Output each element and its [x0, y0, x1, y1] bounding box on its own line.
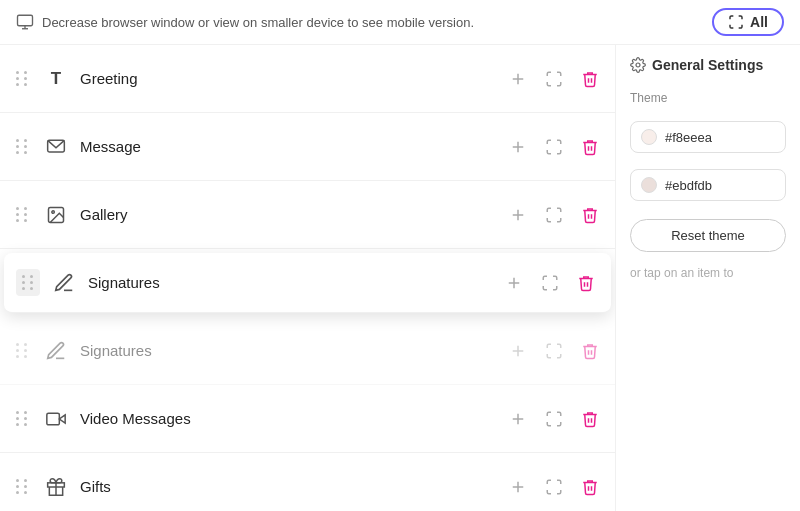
- drag-handle-signatures-float[interactable]: [16, 269, 40, 296]
- signatures-bg-add-btn[interactable]: [505, 338, 531, 364]
- color-swatch-1[interactable]: #f8eeea: [630, 121, 786, 153]
- hint-text: or tap on an item to: [630, 266, 786, 280]
- greeting-icon: T: [42, 65, 70, 93]
- signatures-float-delete-btn[interactable]: [573, 270, 599, 296]
- gifts-label: Gifts: [80, 478, 495, 495]
- video-messages-label: Video Messages: [80, 410, 495, 427]
- item-row-gallery: Gallery: [0, 181, 615, 249]
- gifts-add-btn[interactable]: [505, 474, 531, 500]
- all-button[interactable]: All: [712, 8, 784, 36]
- reset-theme-button[interactable]: Reset theme: [630, 219, 786, 252]
- signatures-float-expand-btn[interactable]: [537, 270, 563, 296]
- notice-text: Decrease browser window or view on small…: [42, 15, 474, 30]
- signatures-bg-expand-btn[interactable]: [541, 338, 567, 364]
- right-panel: General Settings Theme #f8eeea #ebdfdb R…: [615, 45, 800, 511]
- message-label: Message: [80, 138, 495, 155]
- signatures-float-label: Signatures: [88, 274, 491, 291]
- message-add-btn[interactable]: [505, 134, 531, 160]
- gallery-delete-btn[interactable]: [577, 202, 603, 228]
- top-bar-notice-area: Decrease browser window or view on small…: [16, 13, 474, 31]
- message-icon: [42, 133, 70, 161]
- message-expand-btn[interactable]: [541, 134, 567, 160]
- svg-rect-17: [47, 413, 60, 425]
- signatures-float-icon: [50, 269, 78, 297]
- color-hex-2: #ebdfdb: [665, 178, 712, 193]
- all-label: All: [750, 14, 768, 30]
- item-row-gifts: Gifts: [0, 453, 615, 511]
- drag-handle-video-messages[interactable]: [12, 407, 32, 430]
- signatures-float-add-btn[interactable]: [501, 270, 527, 296]
- greeting-expand-btn[interactable]: [541, 66, 567, 92]
- greeting-label: Greeting: [80, 70, 495, 87]
- gallery-actions: [505, 202, 603, 228]
- monitor-icon: [16, 13, 34, 31]
- drag-handle-message[interactable]: [12, 135, 32, 158]
- color-hex-1: #f8eeea: [665, 130, 712, 145]
- drag-handle-signatures-bg[interactable]: [12, 339, 32, 362]
- main-layout: T Greeting: [0, 45, 800, 511]
- item-row-message: Message: [0, 113, 615, 181]
- expand-icon: [728, 14, 744, 30]
- signatures-bg-actions: [505, 338, 603, 364]
- color-circle-2: [641, 177, 657, 193]
- message-delete-btn[interactable]: [577, 134, 603, 160]
- message-actions: [505, 134, 603, 160]
- video-messages-actions: [505, 406, 603, 432]
- svg-rect-0: [18, 15, 33, 26]
- svg-marker-16: [59, 414, 65, 422]
- video-messages-add-btn[interactable]: [505, 406, 531, 432]
- settings-icon: [630, 57, 646, 73]
- signatures-bg-label: Signatures: [80, 342, 495, 359]
- signatures-bg-delete-btn[interactable]: [577, 338, 603, 364]
- gifts-delete-btn[interactable]: [577, 474, 603, 500]
- gallery-add-btn[interactable]: [505, 202, 531, 228]
- theme-label: Theme: [630, 91, 786, 105]
- gifts-icon: [42, 473, 70, 501]
- top-bar: Decrease browser window or view on small…: [0, 0, 800, 45]
- settings-title: General Settings: [652, 57, 763, 73]
- drag-handle-greeting[interactable]: [12, 67, 32, 90]
- item-row-greeting: T Greeting: [0, 45, 615, 113]
- color-swatch-2[interactable]: #ebdfdb: [630, 169, 786, 201]
- gallery-expand-btn[interactable]: [541, 202, 567, 228]
- item-row-signatures-bg: Signatures: [0, 317, 615, 385]
- greeting-add-btn[interactable]: [505, 66, 531, 92]
- svg-point-30: [636, 63, 640, 67]
- svg-point-9: [52, 210, 55, 213]
- gifts-expand-btn[interactable]: [541, 474, 567, 500]
- items-panel: T Greeting: [0, 45, 615, 511]
- greeting-delete-btn[interactable]: [577, 66, 603, 92]
- item-row-video-messages: Video Messages: [0, 385, 615, 453]
- drag-handle-gallery[interactable]: [12, 203, 32, 226]
- video-messages-expand-btn[interactable]: [541, 406, 567, 432]
- signatures-bg-icon: [42, 337, 70, 365]
- video-messages-icon: [42, 405, 70, 433]
- drag-handle-gifts[interactable]: [12, 475, 32, 498]
- gallery-icon: [42, 201, 70, 229]
- greeting-actions: [505, 66, 603, 92]
- color-circle-1: [641, 129, 657, 145]
- gifts-actions: [505, 474, 603, 500]
- signatures-float-actions: [501, 270, 599, 296]
- gallery-label: Gallery: [80, 206, 495, 223]
- video-messages-delete-btn[interactable]: [577, 406, 603, 432]
- item-row-signatures-float: Signatures: [4, 253, 611, 313]
- settings-header: General Settings: [630, 57, 786, 73]
